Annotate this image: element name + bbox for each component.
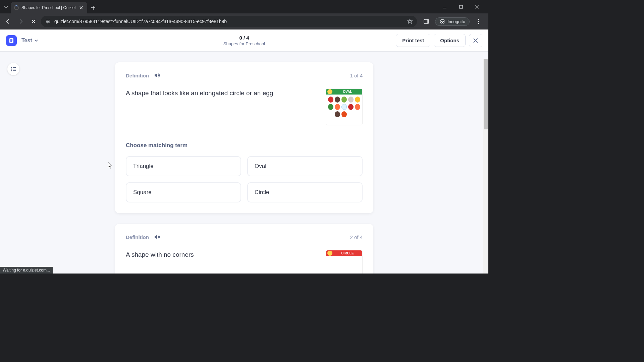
svg-point-7 — [443, 22, 444, 23]
svg-point-13 — [11, 69, 12, 70]
question-card: Definition 1 of 4 A shape that looks lik… — [115, 62, 373, 213]
incognito-icon — [439, 19, 445, 24]
quizlet-test-logo — [6, 35, 17, 46]
image-banner: CIRCLE — [326, 250, 362, 256]
card-header: Definition 2 of 4 — [126, 233, 363, 241]
answer-option[interactable]: Square — [126, 182, 241, 202]
svg-point-3 — [47, 22, 48, 23]
header-right: Print test Options — [396, 34, 482, 47]
options-grid: Triangle Oval Square Circle — [126, 156, 363, 202]
svg-point-1 — [48, 20, 49, 21]
definition-image[interactable]: CIRCLE — [326, 250, 363, 274]
loading-spinner-icon — [14, 5, 19, 10]
svg-rect-5 — [427, 19, 429, 23]
incognito-badge[interactable]: Incognito — [435, 17, 470, 26]
image-banner: OVAL — [326, 89, 362, 95]
svg-point-12 — [11, 67, 12, 68]
audio-button[interactable] — [154, 72, 161, 79]
progress-counter: 0 / 4 — [223, 35, 265, 41]
site-settings-icon[interactable] — [45, 18, 51, 24]
browser-tab[interactable]: Shapes for Preschool | Quizlet — [11, 2, 87, 13]
side-panel-icon[interactable] — [421, 16, 432, 27]
tab-title: Shapes for Preschool | Quizlet — [21, 5, 76, 10]
browser-toolbar: quizlet.com/879583119/test?funnelUUID=f7… — [0, 13, 488, 29]
mode-label: Test — [21, 38, 32, 44]
definition-body: A shape with no corners CIRCLE — [126, 250, 363, 274]
url-text: quizlet.com/879583119/test?funnelUUID=f7… — [54, 19, 404, 24]
svg-point-14 — [11, 70, 12, 71]
answer-option[interactable]: Triangle — [126, 156, 241, 176]
browser-menu-icon[interactable] — [473, 16, 484, 27]
minimize-button[interactable] — [440, 2, 449, 11]
app-body[interactable]: Definition 1 of 4 A shape that looks lik… — [0, 52, 488, 274]
svg-point-10 — [478, 23, 479, 24]
print-test-button[interactable]: Print test — [396, 34, 430, 47]
maximize-button[interactable] — [456, 2, 466, 11]
svg-rect-0 — [460, 5, 463, 8]
definition-image[interactable]: OVAL — [326, 88, 363, 125]
new-tab-button[interactable] — [89, 3, 98, 12]
question-counter: 2 of 4 — [350, 234, 363, 240]
app-header: Test 0 / 4 Shapes for Preschool Print te… — [0, 29, 488, 52]
svg-point-8 — [478, 19, 479, 20]
mode-dropdown[interactable]: Test — [21, 38, 38, 44]
status-bar: Waiting for e.quizlet.com... — [0, 267, 53, 274]
question-card: Definition 2 of 4 A shape with no corner… — [115, 224, 373, 274]
tab-strip: Shapes for Preschool | Quizlet — [0, 0, 488, 13]
scrollbar[interactable] — [483, 59, 488, 274]
definition-label: Definition — [126, 73, 149, 78]
tab-search-button[interactable] — [3, 3, 9, 10]
toolbar-right: Incognito — [419, 16, 486, 27]
address-bar[interactable]: quizlet.com/879583119/test?funnelUUID=f7… — [41, 16, 417, 27]
svg-point-2 — [49, 21, 50, 22]
options-button[interactable]: Options — [434, 34, 466, 47]
set-title: Shapes for Preschool — [223, 41, 265, 46]
definition-body: A shape that looks like an elongated cir… — [126, 88, 363, 125]
question-list-toggle[interactable] — [7, 63, 19, 75]
forward-button[interactable] — [15, 16, 26, 27]
incognito-label: Incognito — [447, 19, 465, 24]
audio-button[interactable] — [154, 233, 161, 241]
back-button[interactable] — [3, 16, 13, 27]
header-left: Test — [6, 35, 38, 46]
image-content — [326, 95, 362, 125]
bookmark-icon[interactable] — [407, 18, 413, 24]
svg-point-9 — [478, 21, 479, 22]
choose-label: Choose matching term — [126, 142, 363, 149]
card-header: Definition 1 of 4 — [126, 72, 363, 79]
svg-point-6 — [441, 22, 442, 23]
header-center: 0 / 4 Shapes for Preschool — [223, 35, 265, 46]
stop-reload-button[interactable] — [28, 16, 39, 27]
question-counter: 1 of 4 — [350, 73, 363, 78]
answer-option[interactable]: Oval — [247, 156, 363, 176]
definition-label: Definition — [126, 234, 149, 240]
chevron-down-icon — [34, 39, 38, 43]
close-window-button[interactable] — [472, 2, 482, 11]
answer-option[interactable]: Circle — [247, 182, 363, 202]
close-test-button[interactable] — [469, 34, 482, 47]
page-viewport: Test 0 / 4 Shapes for Preschool Print te… — [0, 29, 488, 274]
window-controls — [440, 2, 486, 11]
scrollbar-thumb[interactable] — [484, 59, 488, 129]
tab-close-button[interactable] — [78, 5, 84, 10]
browser-chrome: Shapes for Preschool | Quizlet q — [0, 0, 488, 29]
definition-text: A shape with no corners — [126, 250, 319, 260]
definition-text: A shape that looks like an elongated cir… — [126, 88, 319, 98]
